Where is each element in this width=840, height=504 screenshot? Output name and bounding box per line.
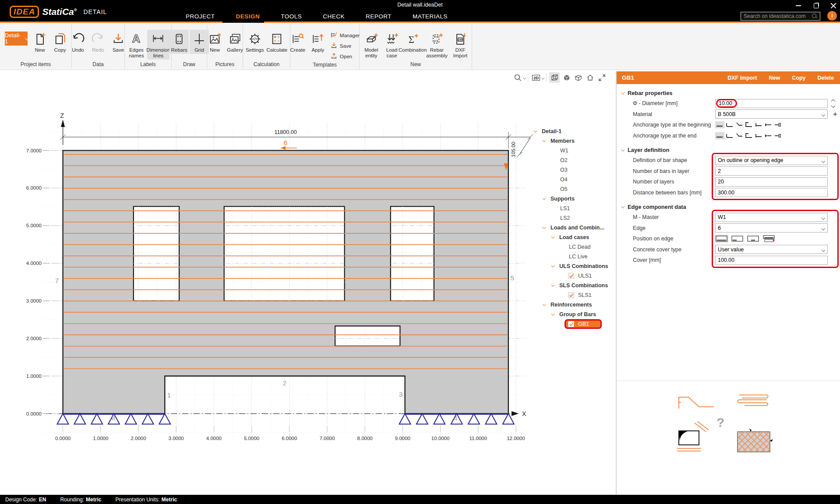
anchorage-type-icon-7[interactable]	[773, 132, 782, 139]
tree-item-gb1[interactable]: GB1	[530, 319, 616, 329]
search-box[interactable]	[741, 12, 820, 21]
tree-item-w1[interactable]: W1	[530, 146, 616, 155]
chevron-down-icon[interactable]	[551, 264, 554, 267]
field-m-master[interactable]: W1	[715, 213, 828, 222]
tree-item-sls-combinations[interactable]: SLS Combinations	[530, 281, 616, 290]
close-icon[interactable]	[830, 2, 836, 8]
tree-item-o3[interactable]: O3	[530, 165, 616, 175]
search-input[interactable]	[744, 13, 812, 19]
field-number-of-bars-in-layer[interactable]: 2	[715, 166, 828, 176]
chevron-down-icon[interactable]	[533, 129, 537, 132]
view-mode-button[interactable]: 2D	[531, 72, 541, 83]
tree-item-o2[interactable]: O2	[530, 155, 616, 165]
ribbon-button-combination[interactable]: Σ Combination	[402, 30, 423, 54]
tree-item-reinforcements[interactable]: Reinforcements	[530, 300, 616, 310]
ribbon-button-gallery[interactable]: Gallery	[226, 30, 245, 54]
chevron-down-icon[interactable]	[542, 225, 546, 229]
tree-item-supports[interactable]: Supports	[530, 194, 616, 204]
tab-project[interactable]: PROJECT	[175, 11, 226, 23]
tree-item-uls1[interactable]: ULS1	[530, 271, 616, 281]
field-definition-of-bar-shape[interactable]: On outline or opening edge	[715, 156, 828, 165]
ribbon-button-manager[interactable]: Manager	[328, 31, 361, 40]
search-icon[interactable]	[812, 14, 817, 19]
anchorage-type-icon-5[interactable]	[754, 132, 763, 139]
drawing-canvas[interactable]: 11800.00 105.006 Z X 0.00001.00002.00003…	[0, 71, 616, 495]
anchorage-type-icon-5[interactable]	[754, 121, 763, 128]
anchorage-type-icon-6[interactable]	[763, 132, 773, 139]
anchorage-type-icon-2[interactable]	[725, 121, 734, 128]
fit-view-icon[interactable]	[596, 72, 607, 83]
anchorage-type-icon-1[interactable]	[715, 132, 724, 139]
wireframe-view-icon[interactable]	[549, 72, 560, 83]
anchorage-type-icon-3[interactable]	[734, 132, 744, 139]
chevron-down-icon[interactable]	[542, 302, 546, 306]
section-rebar-properties[interactable]: Rebar properties	[621, 90, 840, 96]
tree-item-load-cases[interactable]: Load cases	[530, 233, 616, 242]
ribbon-button-new[interactable]: New	[30, 30, 49, 54]
tab-design[interactable]: DESIGN	[226, 11, 271, 23]
chevron-down-icon[interactable]	[551, 235, 554, 238]
tree-item-members[interactable]: Members	[530, 136, 616, 146]
tab-materials[interactable]: MATERIALS	[402, 11, 458, 23]
anchorage-type-icon-7[interactable]	[773, 121, 782, 128]
chevron-down-icon[interactable]	[551, 283, 554, 286]
ribbon-button-dxf-import[interactable]: DXF DXF Import	[451, 30, 470, 60]
chevron-down-icon[interactable]	[551, 312, 554, 315]
ribbon-button-create[interactable]: Create	[288, 30, 307, 54]
tree-item-o5[interactable]: O5	[530, 184, 616, 194]
tree-item-lc-dead[interactable]: LC Dead	[530, 242, 616, 252]
tree-item-detail-1[interactable]: Detail-1	[530, 127, 616, 136]
ribbon-button-edges-names[interactable]: A Edges names	[127, 30, 146, 60]
field-distance-between-bars-mm[interactable]: 300.00	[715, 188, 828, 197]
tree-item-group-of-bars[interactable]: Group of Bars	[530, 310, 616, 319]
position-on-edge-icon-3[interactable]	[747, 235, 760, 243]
field-diameter-mm[interactable]: 10.00	[715, 99, 828, 108]
add-material-button[interactable]: +	[833, 110, 837, 118]
ribbon-button-open[interactable]: Open	[328, 52, 361, 61]
anchorage-type-icon-2[interactable]	[725, 132, 734, 139]
tree-item-o4[interactable]: O4	[530, 175, 616, 184]
ribbon-button-rebar-assembly[interactable]: Rebar assembly	[424, 30, 450, 60]
info-button[interactable]: i	[827, 11, 837, 21]
anchorage-type-icon-3[interactable]	[734, 121, 744, 128]
checkbox-checked-icon[interactable]	[568, 292, 574, 298]
chevron-down-icon[interactable]	[542, 138, 546, 142]
maximize-icon[interactable]	[813, 2, 819, 8]
ribbon-button-redo[interactable]: Redo	[88, 30, 108, 54]
panel-action-dxf-import[interactable]: DXF Import	[727, 75, 757, 81]
spinner-icon[interactable]	[832, 100, 835, 107]
ribbon-button-undo[interactable]: Undo	[68, 30, 88, 54]
tree-item-lc-live[interactable]: LC Live	[530, 252, 616, 261]
detail-selector[interactable]: Detail-1	[5, 32, 28, 46]
tree-item-ls2[interactable]: LS2	[530, 213, 616, 223]
field-material[interactable]: B 500B	[715, 109, 828, 119]
ribbon-button-save[interactable]: Save	[328, 41, 361, 50]
tab-tools[interactable]: TOOLS	[270, 11, 312, 23]
chevron-down-icon[interactable]	[542, 196, 546, 200]
field-number-of-layers[interactable]: 20	[715, 177, 828, 187]
view-mode-dropdown-icon[interactable]	[541, 74, 544, 81]
ribbon-button-copy[interactable]: Copy	[50, 30, 70, 54]
position-on-edge-icon-4[interactable]	[762, 235, 776, 243]
ribbon-button-new[interactable]: New	[205, 30, 225, 54]
solid-view-icon[interactable]	[561, 72, 572, 83]
anchorage-type-icon-4[interactable]	[744, 132, 753, 139]
anchorage-type-icon-1[interactable]	[715, 121, 724, 128]
tree-item-uls-combinations[interactable]: ULS Combinations	[530, 261, 616, 271]
field-cover-mm[interactable]: 100.00	[715, 256, 828, 265]
tab-report[interactable]: REPORT	[355, 11, 402, 23]
ribbon-button-model-entity[interactable]: Model entity	[361, 30, 381, 60]
ribbon-button-apply[interactable]: Apply	[308, 30, 328, 54]
checkbox-checked-icon[interactable]	[568, 321, 574, 327]
field-edge[interactable]: 6	[715, 223, 828, 233]
panel-action-copy[interactable]: Copy	[792, 75, 805, 81]
checkbox-checked-icon[interactable]	[568, 273, 574, 279]
anchorage-type-icon-4[interactable]	[744, 121, 753, 128]
ribbon-button-settings[interactable]: </> Settings	[245, 30, 265, 54]
tree-item-ls1[interactable]: LS1	[530, 204, 616, 213]
zoom-tool-dropdown-icon[interactable]	[523, 74, 525, 81]
tree-item-loads-and-combin[interactable]: Loads and Combin...	[530, 223, 616, 233]
tab-check[interactable]: CHECK	[312, 11, 355, 23]
position-on-edge-icon-1[interactable]	[715, 235, 728, 243]
panel-action-new[interactable]: New	[769, 75, 780, 81]
